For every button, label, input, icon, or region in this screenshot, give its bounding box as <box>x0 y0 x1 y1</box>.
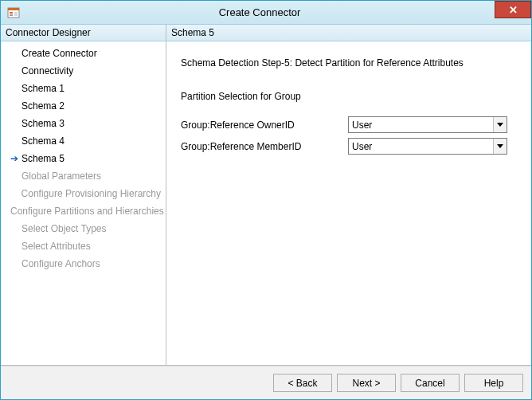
nav-item-schema-3[interactable]: Schema 3 <box>1 115 166 132</box>
create-connector-window: Create Connector ✕ Connector Designer Cr… <box>0 0 532 400</box>
nav-item-configure-partitions-and-hierarchies: Configure Partitions and Hierarchies <box>1 202 166 220</box>
chevron-down-icon <box>493 139 507 154</box>
chevron-down-icon <box>493 117 507 132</box>
nav-item-select-attributes: Select Attributes <box>1 237 166 255</box>
nav-item-configure-provisioning-hierarchy: Configure Provisioning Hierarchy <box>1 185 166 202</box>
form-row: Group:Reference OwnerIDUser <box>181 116 517 133</box>
select-value: User <box>349 141 493 152</box>
form-row: Group:Reference MemberIDUser <box>181 138 517 155</box>
panels: Connector Designer Create ConnectorConne… <box>1 25 531 366</box>
nav-item-label: Select Object Types <box>20 222 107 236</box>
titlebar: Create Connector ✕ <box>1 1 531 25</box>
main-panel: Schema 5 Schema Detection Step-5: Detect… <box>166 25 531 365</box>
nav-item-schema-4[interactable]: Schema 4 <box>1 132 166 150</box>
nav-item-schema-1[interactable]: Schema 1 <box>1 80 166 97</box>
buttons-bar: < Back Next > Cancel Help <box>1 366 531 399</box>
nav-item-label: Schema 3 <box>20 116 65 131</box>
form-label: Group:Reference OwnerID <box>181 120 348 131</box>
nav-item-schema-5[interactable]: ➔Schema 5 <box>1 150 166 167</box>
nav-item-label: Configure Provisioning Hierarchy <box>20 186 161 201</box>
step-description: Schema Detection Step-5: Detect Partitio… <box>181 57 517 69</box>
nav-item-schema-2[interactable]: Schema 2 <box>1 97 166 115</box>
nav-item-label: Schema 1 <box>20 81 65 96</box>
nav-item-label: Configure Anchors <box>20 257 100 271</box>
back-button[interactable]: < Back <box>273 374 332 392</box>
nav-item-select-object-types: Select Object Types <box>1 220 166 237</box>
arrow-right-icon: ➔ <box>10 154 18 163</box>
nav-item-label: Configure Partitions and Hierarchies <box>9 204 164 218</box>
svg-marker-5 <box>497 123 503 127</box>
sidebar: Connector Designer Create ConnectorConne… <box>1 25 166 365</box>
partition-select[interactable]: User <box>348 116 507 133</box>
nav-arrow-slot: ➔ <box>9 154 20 163</box>
nav-item-label: Schema 5 <box>20 151 65 166</box>
nav-item-label: Select Attributes <box>20 239 91 253</box>
form-label: Group:Reference MemberID <box>181 141 348 152</box>
nav-item-label: Global Parameters <box>20 169 101 183</box>
nav-item-global-parameters: Global Parameters <box>1 167 166 185</box>
svg-marker-6 <box>497 144 503 148</box>
close-icon: ✕ <box>509 5 518 15</box>
nav-item-create-connector[interactable]: Create Connector <box>1 45 166 62</box>
window-title: Create Connector <box>0 6 531 18</box>
nav-item-label: Connectivity <box>20 64 73 78</box>
sidebar-header: Connector Designer <box>1 25 166 41</box>
nav-item-configure-anchors: Configure Anchors <box>1 255 166 273</box>
form-rows: Group:Reference OwnerIDUserGroup:Referen… <box>181 116 517 155</box>
nav-list: Create ConnectorConnectivitySchema 1Sche… <box>1 41 166 276</box>
body: Connector Designer Create ConnectorConne… <box>1 25 531 399</box>
nav-item-label: Schema 2 <box>20 99 65 113</box>
nav-item-connectivity[interactable]: Connectivity <box>1 62 166 80</box>
main-content: Schema Detection Step-5: Detect Partitio… <box>166 41 531 365</box>
help-button[interactable]: Help <box>464 374 523 392</box>
partition-select[interactable]: User <box>348 138 507 155</box>
close-button[interactable]: ✕ <box>495 1 531 18</box>
nav-item-label: Schema 4 <box>20 134 65 148</box>
cancel-button[interactable]: Cancel <box>401 374 460 392</box>
main-header: Schema 5 <box>166 25 531 41</box>
select-value: User <box>349 120 493 131</box>
next-button[interactable]: Next > <box>337 374 396 392</box>
section-title: Partition Selection for Group <box>181 91 517 102</box>
nav-item-label: Create Connector <box>20 46 97 61</box>
